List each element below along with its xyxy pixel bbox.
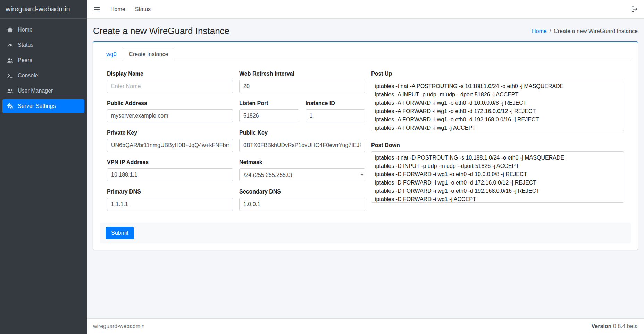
public-address-input[interactable] — [107, 109, 233, 122]
public-address-group: Public Address — [107, 100, 233, 122]
sidebar-item-label: Console — [18, 72, 38, 79]
tab-create-instance[interactable]: Create Instance — [123, 48, 174, 61]
form-actions: Submit — [100, 223, 631, 243]
instance-card: wg0 Create Instance Display Name Web Ref… — [93, 41, 638, 250]
listen-port-group: Listen Port — [239, 100, 299, 122]
public-key-input[interactable] — [239, 139, 365, 152]
netmask-select[interactable]: /24 (255.255.255.0) — [239, 168, 365, 181]
footer-app-name: wireguard-webadmin — [93, 323, 145, 329]
gears-icon — [6, 103, 14, 110]
page-title: Create a new WireGuard Instance — [93, 26, 229, 36]
create-instance-form: Display Name Web Refresh Interval Public… — [100, 61, 631, 211]
sidebar-item-label: Server Settings — [18, 103, 56, 109]
main-area: Home Status Create a new WireGuard Insta… — [87, 0, 644, 334]
sidebar-item-console[interactable]: Console — [2, 69, 84, 83]
hamburger-menu-icon[interactable] — [93, 6, 101, 13]
top-navbar: Home Status — [87, 0, 644, 19]
sidebar-item-home[interactable]: Home — [2, 23, 84, 37]
secondary-dns-group: Secondary DNS — [239, 189, 365, 211]
primary-dns-label: Primary DNS — [107, 189, 233, 195]
private-key-label: Private Key — [107, 130, 233, 136]
footer-version-value: 0.8.4 beta — [613, 323, 638, 329]
instance-id-label: Instance ID — [306, 100, 366, 106]
display-name-label: Display Name — [107, 71, 233, 77]
breadcrumb-separator: / — [550, 28, 551, 34]
port-instance-row: Listen Port Instance ID — [239, 100, 365, 122]
display-name-group: Display Name — [107, 71, 233, 93]
brand-text: wireguard-webadmin — [6, 5, 70, 13]
tab-wg0[interactable]: wg0 — [100, 48, 123, 61]
post-down-textarea[interactable]: iptables -t nat -D POSTROUTING -s 10.188… — [371, 151, 624, 203]
sidebar-item-server-settings[interactable]: Server Settings — [2, 99, 84, 113]
form-left-columns: Display Name Web Refresh Interval Public… — [107, 71, 365, 211]
vpn-ip-group: VPN IP Address — [107, 159, 233, 181]
gauge-icon — [6, 42, 14, 49]
instance-tabs: wg0 Create Instance — [100, 48, 631, 61]
home-icon — [6, 26, 14, 33]
users-icon — [6, 57, 14, 64]
display-name-input[interactable] — [107, 80, 233, 93]
logout-icon[interactable] — [630, 6, 638, 13]
breadcrumb: Home / Create a new WireGuard Instance — [532, 28, 638, 34]
vpn-ip-input[interactable] — [107, 168, 233, 181]
post-down-group: Post Down iptables -t nat -D POSTROUTING… — [371, 142, 624, 204]
public-address-label: Public Address — [107, 100, 233, 106]
footer-version-label: Version — [592, 323, 612, 329]
private-key-group: Private Key — [107, 130, 233, 152]
public-key-label: Public Key — [239, 130, 365, 136]
web-refresh-interval-input[interactable] — [239, 80, 365, 93]
listen-port-label: Listen Port — [239, 100, 299, 106]
primary-dns-input[interactable] — [107, 198, 233, 211]
sidebar-nav: Home Status Peers Console — [0, 19, 87, 117]
instance-id-group: Instance ID — [306, 100, 366, 122]
secondary-dns-label: Secondary DNS — [239, 189, 365, 195]
form-right-column: Post Up iptables -t nat -A POSTROUTING -… — [371, 71, 624, 211]
post-up-textarea[interactable]: iptables -t nat -A POSTROUTING -s 10.188… — [371, 80, 624, 131]
submit-button[interactable]: Submit — [106, 227, 134, 239]
sidebar-item-peers[interactable]: Peers — [2, 53, 84, 67]
sidebar-item-status[interactable]: Status — [2, 38, 84, 52]
terminal-icon — [6, 72, 14, 79]
app-window: wireguard-webadmin Home Status Peers — [0, 0, 644, 334]
public-key-group: Public Key — [239, 130, 365, 152]
primary-dns-group: Primary DNS — [107, 189, 233, 211]
users-icon — [6, 87, 14, 94]
sidebar: wireguard-webadmin Home Status Peers — [0, 0, 87, 334]
footer-version: Version 0.8.4 beta — [592, 323, 638, 329]
instance-id-input[interactable] — [306, 109, 366, 122]
post-down-label: Post Down — [371, 142, 624, 148]
web-refresh-interval-group: Web Refresh Interval — [239, 71, 365, 93]
brand-link[interactable]: wireguard-webadmin — [0, 0, 87, 19]
sidebar-item-label: Peers — [18, 57, 32, 63]
breadcrumb-current: Create a new WireGuard Instance — [554, 28, 638, 34]
netmask-group: Netmask /24 (255.255.255.0) — [239, 159, 365, 181]
sidebar-item-user-manager[interactable]: User Manager — [2, 84, 84, 98]
sidebar-item-label: Home — [18, 27, 33, 33]
post-up-group: Post Up iptables -t nat -A POSTROUTING -… — [371, 71, 624, 132]
netmask-label: Netmask — [239, 159, 365, 165]
post-up-label: Post Up — [371, 71, 624, 77]
topnav-link-status[interactable]: Status — [135, 6, 151, 12]
vpn-ip-label: VPN IP Address — [107, 159, 233, 165]
web-refresh-interval-label: Web Refresh Interval — [239, 71, 365, 77]
content-header: Create a new WireGuard Instance Home / C… — [87, 19, 644, 41]
content: wg0 Create Instance Display Name Web Ref… — [87, 41, 644, 318]
sidebar-item-label: User Manager — [18, 88, 53, 94]
sidebar-item-label: Status — [18, 42, 33, 48]
breadcrumb-home-link[interactable]: Home — [532, 28, 547, 34]
topnav-link-home[interactable]: Home — [110, 6, 125, 12]
page-footer: wireguard-webadmin Version 0.8.4 beta — [87, 318, 644, 334]
private-key-input[interactable] — [107, 139, 233, 152]
secondary-dns-input[interactable] — [239, 198, 365, 211]
listen-port-input[interactable] — [239, 109, 299, 122]
